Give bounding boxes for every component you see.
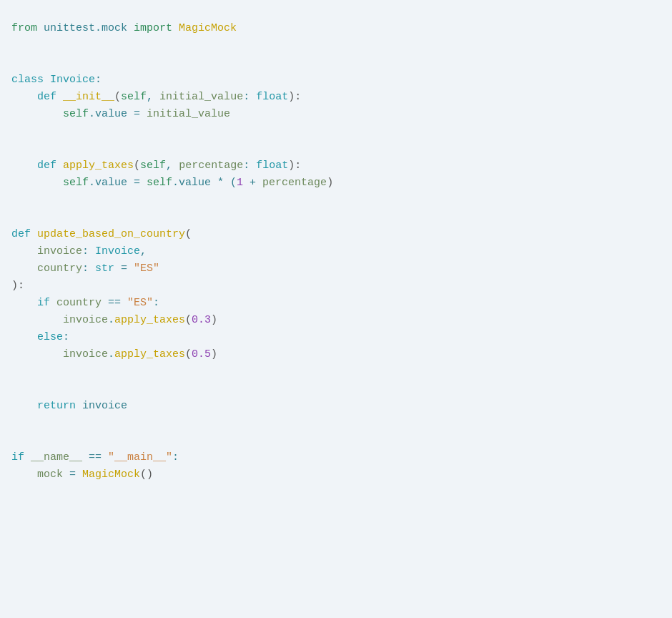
code-line	[11, 415, 661, 432]
code-line: invoice: Invoice,	[11, 243, 661, 260]
code-line: invoice.apply_taxes(0.3)	[11, 312, 661, 329]
code-editor: from unittest.mock import MagicMock clas…	[11, 14, 661, 489]
code-line: else:	[11, 329, 661, 346]
code-line	[11, 37, 661, 54]
code-line	[11, 209, 661, 226]
code-line: if country == "ES":	[11, 295, 661, 312]
code-line: self.value = initial_value	[11, 106, 661, 123]
code-line: self.value = self.value * (1 + percentag…	[11, 175, 661, 192]
code-line: ):	[11, 278, 661, 295]
code-line: def update_based_on_country(	[11, 226, 661, 243]
code-line: from unittest.mock import MagicMock	[11, 20, 661, 37]
code-line: def __init__(self, initial_value: float)…	[11, 89, 661, 106]
code-line	[11, 381, 661, 398]
code-line	[11, 140, 661, 157]
code-line: mock = MagicMock()	[11, 466, 661, 484]
code-line: def apply_taxes(self, percentage: float)…	[11, 157, 661, 175]
code-line	[11, 123, 661, 140]
code-line: class Invoice:	[11, 72, 661, 89]
code-line	[11, 432, 661, 449]
code-line	[11, 54, 661, 72]
code-line: return invoice	[11, 398, 661, 415]
code-line	[11, 192, 661, 209]
code-line	[11, 363, 661, 381]
code-line: if __name__ == "__main__":	[11, 449, 661, 466]
code-line: country: str = "ES"	[11, 260, 661, 278]
code-line: invoice.apply_taxes(0.5)	[11, 346, 661, 363]
